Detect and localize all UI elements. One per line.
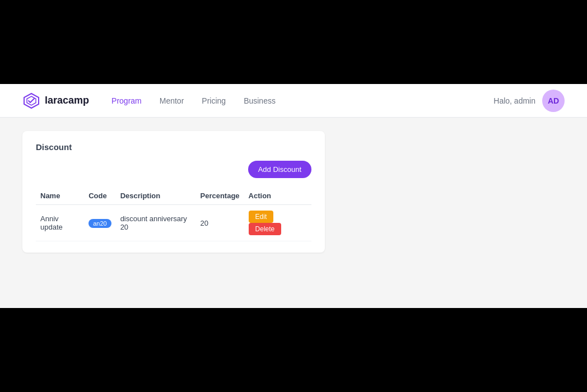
col-name: Name bbox=[36, 187, 84, 205]
row-code: an20 bbox=[84, 205, 115, 241]
add-discount-btn-row: Add Discount bbox=[36, 161, 311, 178]
discount-table: Name Code Description Percentage Action … bbox=[36, 187, 311, 241]
col-action: Action bbox=[244, 187, 311, 205]
code-badge: an20 bbox=[88, 219, 111, 228]
row-actions: Edit Delete bbox=[244, 205, 311, 241]
content-area: Discount Add Discount Name Code Descript… bbox=[0, 118, 587, 308]
card-title: Discount bbox=[36, 142, 311, 152]
nav-business[interactable]: Business bbox=[244, 96, 276, 105]
logo-text: laracamp bbox=[45, 95, 89, 106]
row-description: discount anniversary 20 bbox=[116, 205, 196, 241]
table-body: Anniv update an20 discount anniversary 2… bbox=[36, 205, 311, 241]
col-code: Code bbox=[84, 187, 115, 205]
navbar: laracamp Program Mentor Pricing Business… bbox=[0, 84, 587, 118]
row-percentage: 20 bbox=[196, 205, 244, 241]
logo-icon bbox=[22, 92, 40, 110]
nav-links: Program Mentor Pricing Business bbox=[111, 96, 493, 105]
discount-card: Discount Add Discount Name Code Descript… bbox=[22, 131, 325, 253]
col-description: Description bbox=[116, 187, 196, 205]
nav-right: Halo, admin AD bbox=[493, 90, 565, 112]
delete-button[interactable]: Delete bbox=[249, 223, 282, 235]
greeting-text: Halo, admin bbox=[493, 96, 535, 105]
logo-area: laracamp bbox=[22, 92, 89, 110]
edit-button[interactable]: Edit bbox=[249, 211, 274, 223]
add-discount-button[interactable]: Add Discount bbox=[248, 161, 311, 178]
nav-program[interactable]: Program bbox=[111, 96, 142, 105]
row-name: Anniv update bbox=[36, 205, 84, 241]
table-row: Anniv update an20 discount anniversary 2… bbox=[36, 205, 311, 241]
avatar-initials: AD bbox=[548, 96, 559, 105]
nav-mentor[interactable]: Mentor bbox=[160, 96, 184, 105]
col-percentage: Percentage bbox=[196, 187, 244, 205]
avatar[interactable]: AD bbox=[542, 90, 565, 112]
table-header: Name Code Description Percentage Action bbox=[36, 187, 311, 205]
nav-pricing[interactable]: Pricing bbox=[202, 96, 226, 105]
